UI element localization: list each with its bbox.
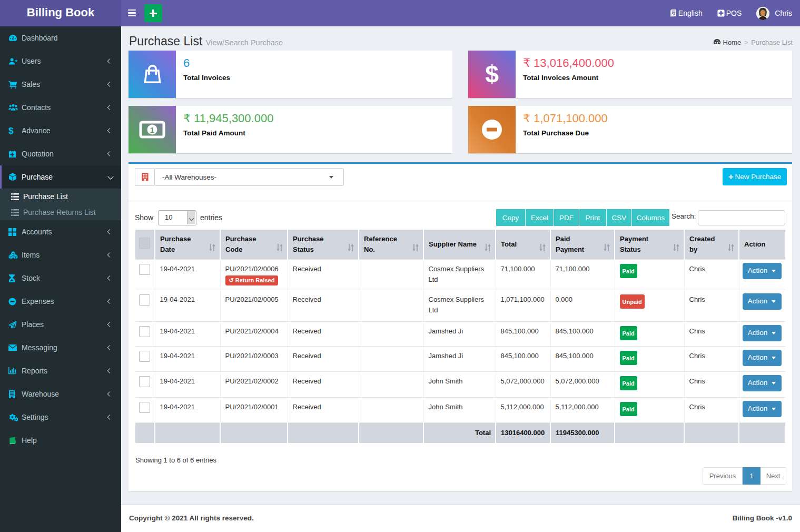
svg-text:1: 1 bbox=[150, 125, 154, 134]
